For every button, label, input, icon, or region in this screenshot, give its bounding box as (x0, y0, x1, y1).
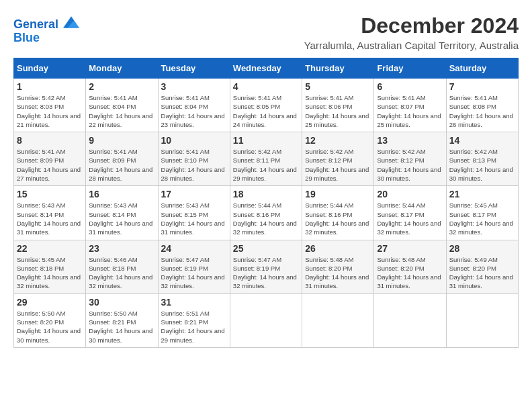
day-info: Sunrise: 5:41 AM Sunset: 8:04 PM Dayligh… (89, 93, 154, 129)
day-number: 23 (89, 243, 154, 254)
day-cell-17: 17 Sunrise: 5:43 AM Sunset: 8:15 PM Dayl… (158, 186, 230, 240)
day-info: Sunrise: 5:41 AM Sunset: 8:07 PM Dayligh… (377, 93, 443, 129)
day-number: 14 (449, 135, 515, 146)
day-number: 18 (233, 189, 299, 199)
day-number: 19 (305, 189, 371, 199)
day-cell-4: 4 Sunrise: 5:41 AM Sunset: 8:05 PM Dayli… (230, 79, 302, 132)
col-header-monday: Monday (86, 58, 158, 79)
day-number: 28 (449, 243, 515, 254)
title-block: December 2024 Yarralumla, Australian Cap… (304, 13, 519, 51)
day-info: Sunrise: 5:48 AM Sunset: 8:20 PM Dayligh… (377, 255, 443, 291)
day-cell-1: 1 Sunrise: 5:42 AM Sunset: 8:03 PM Dayli… (14, 79, 86, 132)
day-number: 29 (17, 297, 83, 308)
day-info: Sunrise: 5:42 AM Sunset: 8:03 PM Dayligh… (17, 93, 83, 129)
day-info: Sunrise: 5:41 AM Sunset: 8:09 PM Dayligh… (17, 147, 83, 183)
day-cell-28: 28 Sunrise: 5:49 AM Sunset: 8:20 PM Dayl… (446, 240, 518, 293)
day-info: Sunrise: 5:43 AM Sunset: 8:14 PM Dayligh… (17, 201, 83, 236)
day-cell-20: 20 Sunrise: 5:44 AM Sunset: 8:17 PM Dayl… (374, 186, 446, 240)
week-row-1: 1 Sunrise: 5:42 AM Sunset: 8:03 PM Dayli… (14, 79, 519, 132)
day-info: Sunrise: 5:41 AM Sunset: 8:04 PM Dayligh… (161, 93, 227, 129)
logo: General Blue (13, 16, 79, 45)
day-cell-18: 18 Sunrise: 5:44 AM Sunset: 8:16 PM Dayl… (230, 186, 302, 240)
day-number: 17 (161, 189, 227, 199)
day-number: 13 (377, 135, 443, 146)
day-number: 24 (161, 243, 227, 254)
day-info: Sunrise: 5:41 AM Sunset: 8:08 PM Dayligh… (449, 93, 515, 129)
day-info: Sunrise: 5:51 AM Sunset: 8:21 PM Dayligh… (161, 309, 227, 345)
day-info: Sunrise: 5:44 AM Sunset: 8:16 PM Dayligh… (233, 201, 299, 236)
day-number: 8 (17, 135, 83, 146)
col-header-tuesday: Tuesday (158, 58, 230, 79)
day-cell-30: 30 Sunrise: 5:50 AM Sunset: 8:21 PM Dayl… (86, 293, 158, 347)
day-number: 25 (233, 243, 299, 254)
month-title: December 2024 (304, 13, 519, 38)
day-cell-14: 14 Sunrise: 5:42 AM Sunset: 8:13 PM Dayl… (446, 132, 518, 186)
day-number: 27 (377, 243, 443, 254)
day-cell-7: 7 Sunrise: 5:41 AM Sunset: 8:08 PM Dayli… (446, 79, 518, 132)
col-header-wednesday: Wednesday (230, 58, 302, 79)
day-info: Sunrise: 5:42 AM Sunset: 8:11 PM Dayligh… (233, 147, 299, 183)
day-cell-23: 23 Sunrise: 5:46 AM Sunset: 8:18 PM Dayl… (86, 240, 158, 293)
header-row: SundayMondayTuesdayWednesdayThursdayFrid… (14, 58, 519, 79)
day-number: 26 (305, 243, 371, 254)
day-info: Sunrise: 5:50 AM Sunset: 8:21 PM Dayligh… (89, 309, 154, 345)
day-cell-2: 2 Sunrise: 5:41 AM Sunset: 8:04 PM Dayli… (86, 79, 158, 132)
day-number: 15 (17, 189, 83, 199)
day-info: Sunrise: 5:41 AM Sunset: 8:05 PM Dayligh… (233, 93, 299, 129)
day-number: 9 (89, 135, 154, 146)
week-row-4: 22 Sunrise: 5:45 AM Sunset: 8:18 PM Dayl… (14, 240, 519, 293)
day-info: Sunrise: 5:41 AM Sunset: 8:06 PM Dayligh… (305, 93, 371, 129)
day-cell-19: 19 Sunrise: 5:44 AM Sunset: 8:16 PM Dayl… (302, 186, 374, 240)
day-number: 12 (305, 135, 371, 146)
day-number: 4 (233, 81, 299, 92)
day-cell-13: 13 Sunrise: 5:42 AM Sunset: 8:12 PM Dayl… (374, 132, 446, 186)
day-cell-5: 5 Sunrise: 5:41 AM Sunset: 8:06 PM Dayli… (302, 79, 374, 132)
day-info: Sunrise: 5:48 AM Sunset: 8:20 PM Dayligh… (305, 255, 371, 291)
empty-cell (230, 293, 302, 347)
day-cell-31: 31 Sunrise: 5:51 AM Sunset: 8:21 PM Dayl… (158, 293, 230, 347)
col-header-friday: Friday (374, 58, 446, 79)
day-cell-27: 27 Sunrise: 5:48 AM Sunset: 8:20 PM Dayl… (374, 240, 446, 293)
location-title: Yarralumla, Australian Capital Territory… (304, 40, 519, 51)
day-number: 21 (449, 189, 515, 199)
day-info: Sunrise: 5:47 AM Sunset: 8:19 PM Dayligh… (233, 255, 299, 291)
day-cell-9: 9 Sunrise: 5:41 AM Sunset: 8:09 PM Dayli… (86, 132, 158, 186)
week-row-2: 8 Sunrise: 5:41 AM Sunset: 8:09 PM Dayli… (14, 132, 519, 186)
col-header-sunday: Sunday (14, 58, 86, 79)
day-cell-25: 25 Sunrise: 5:47 AM Sunset: 8:19 PM Dayl… (230, 240, 302, 293)
day-info: Sunrise: 5:45 AM Sunset: 8:18 PM Dayligh… (17, 255, 83, 291)
day-cell-26: 26 Sunrise: 5:48 AM Sunset: 8:20 PM Dayl… (302, 240, 374, 293)
empty-cell (374, 293, 446, 347)
day-number: 7 (449, 81, 515, 92)
day-number: 22 (17, 243, 83, 254)
day-info: Sunrise: 5:50 AM Sunset: 8:20 PM Dayligh… (17, 309, 83, 345)
day-info: Sunrise: 5:49 AM Sunset: 8:20 PM Dayligh… (449, 255, 515, 291)
empty-cell (302, 293, 374, 347)
empty-cell (446, 293, 518, 347)
day-info: Sunrise: 5:47 AM Sunset: 8:19 PM Dayligh… (161, 255, 227, 291)
day-cell-29: 29 Sunrise: 5:50 AM Sunset: 8:20 PM Dayl… (14, 293, 86, 347)
day-info: Sunrise: 5:44 AM Sunset: 8:17 PM Dayligh… (377, 201, 443, 236)
day-info: Sunrise: 5:46 AM Sunset: 8:18 PM Dayligh… (89, 255, 154, 291)
week-row-5: 29 Sunrise: 5:50 AM Sunset: 8:20 PM Dayl… (14, 293, 519, 347)
day-info: Sunrise: 5:44 AM Sunset: 8:16 PM Dayligh… (305, 201, 371, 236)
day-cell-3: 3 Sunrise: 5:41 AM Sunset: 8:04 PM Dayli… (158, 79, 230, 132)
day-cell-24: 24 Sunrise: 5:47 AM Sunset: 8:19 PM Dayl… (158, 240, 230, 293)
day-number: 31 (161, 297, 227, 308)
day-number: 6 (377, 81, 443, 92)
day-number: 2 (89, 81, 154, 92)
day-cell-15: 15 Sunrise: 5:43 AM Sunset: 8:14 PM Dayl… (14, 186, 86, 240)
day-number: 16 (89, 189, 154, 199)
day-info: Sunrise: 5:45 AM Sunset: 8:17 PM Dayligh… (449, 201, 515, 236)
day-info: Sunrise: 5:43 AM Sunset: 8:14 PM Dayligh… (89, 201, 154, 236)
day-number: 30 (89, 297, 154, 308)
calendar-table: SundayMondayTuesdayWednesdayThursdayFrid… (13, 58, 519, 348)
day-cell-10: 10 Sunrise: 5:41 AM Sunset: 8:10 PM Dayl… (158, 132, 230, 186)
day-number: 20 (377, 189, 443, 199)
day-info: Sunrise: 5:42 AM Sunset: 8:12 PM Dayligh… (305, 147, 371, 183)
day-info: Sunrise: 5:41 AM Sunset: 8:09 PM Dayligh… (89, 147, 154, 183)
day-number: 1 (17, 81, 83, 92)
day-info: Sunrise: 5:42 AM Sunset: 8:12 PM Dayligh… (377, 147, 443, 183)
day-cell-11: 11 Sunrise: 5:42 AM Sunset: 8:11 PM Dayl… (230, 132, 302, 186)
day-cell-6: 6 Sunrise: 5:41 AM Sunset: 8:07 PM Dayli… (374, 79, 446, 132)
